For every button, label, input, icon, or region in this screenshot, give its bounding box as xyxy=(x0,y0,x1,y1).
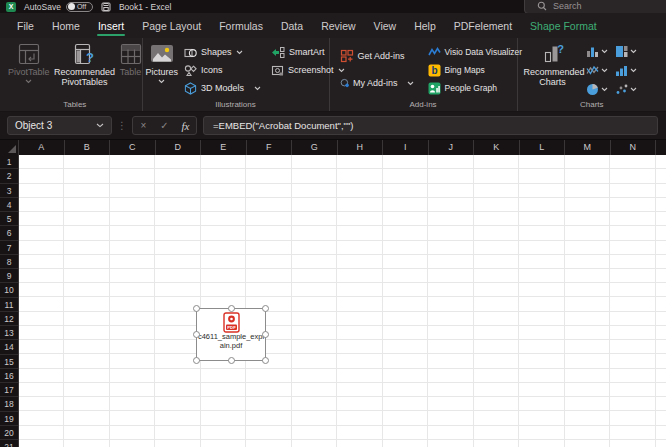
row-header-15[interactable]: 15 xyxy=(0,355,18,369)
tab-insert[interactable]: Insert xyxy=(89,13,133,38)
icons-button[interactable]: Icons xyxy=(180,61,265,79)
tab-review[interactable]: Review xyxy=(312,13,364,38)
insert-statistic-chart-button[interactable] xyxy=(615,61,644,80)
chevron-down-icon xyxy=(601,68,608,73)
insert-hierarchy-chart-button[interactable] xyxy=(615,42,644,61)
save-icon[interactable] xyxy=(101,2,111,12)
toggle-knob xyxy=(68,3,75,10)
resize-handle-bottom-middle[interactable] xyxy=(228,357,235,364)
name-box[interactable]: Object 3 xyxy=(7,116,112,135)
column-header-N[interactable]: N xyxy=(611,140,657,155)
pie-chart-icon xyxy=(586,83,599,96)
tab-data[interactable]: Data xyxy=(272,13,312,38)
svg-text:PDF: PDF xyxy=(227,325,236,330)
chevron-down-icon[interactable] xyxy=(96,123,104,128)
column-header-H[interactable]: H xyxy=(338,140,384,155)
row-header-14[interactable]: 14 xyxy=(0,340,18,354)
resize-handle-top-middle[interactable] xyxy=(228,305,235,312)
row-header-17[interactable]: 17 xyxy=(0,383,18,397)
people-graph-button[interactable]: People Graph xyxy=(424,79,527,97)
insert-function-button[interactable]: fx xyxy=(175,120,196,132)
row-header-20[interactable]: 20 xyxy=(0,426,18,440)
row-header-4[interactable]: 4 xyxy=(0,198,18,212)
column-header-J[interactable]: J xyxy=(429,140,475,155)
column-header-I[interactable]: I xyxy=(383,140,429,155)
smartart-label: SmartArt xyxy=(289,47,325,57)
resize-handle-top-left[interactable] xyxy=(193,305,200,312)
row-header-5[interactable]: 5 xyxy=(0,212,18,226)
3d-models-button[interactable]: 3D Models xyxy=(180,79,265,97)
get-addins-button[interactable]: Get Add-ins xyxy=(336,47,418,65)
row-header-13[interactable]: 13 xyxy=(0,326,18,340)
shapes-button[interactable]: Shapes xyxy=(180,43,265,61)
row-header-21[interactable]: 21 xyxy=(0,440,18,447)
insert-pie-chart-button[interactable] xyxy=(586,80,615,99)
tab-view[interactable]: View xyxy=(365,13,406,38)
row-header-8[interactable]: 8 xyxy=(0,255,18,269)
column-headers: ABCDEFGHIJKLMN xyxy=(0,140,666,155)
cancel-button[interactable]: × xyxy=(133,120,154,131)
tab-home[interactable]: Home xyxy=(43,13,89,38)
insert-scatter-chart-button[interactable] xyxy=(615,80,644,99)
row-header-12[interactable]: 12 xyxy=(0,312,18,326)
resize-handle-middle-right[interactable] xyxy=(262,331,269,338)
recommended-charts-button[interactable]: ? Recommended Charts xyxy=(524,38,582,98)
select-all-button[interactable] xyxy=(0,140,19,155)
column-header-L[interactable]: L xyxy=(520,140,566,155)
sheet-cells[interactable]: PDF c4611_sample_expl ain.pdf xyxy=(19,155,666,447)
recommended-charts-icon: ? xyxy=(542,43,564,65)
tab-page-layout[interactable]: Page Layout xyxy=(133,13,210,38)
row-header-16[interactable]: 16 xyxy=(0,369,18,383)
bing-maps-button[interactable]: b Bing Maps xyxy=(424,61,527,79)
tab-shape-format[interactable]: Shape Format xyxy=(521,13,606,38)
column-header-D[interactable]: D xyxy=(156,140,202,155)
chevron-down-icon xyxy=(630,49,637,54)
column-header-E[interactable]: E xyxy=(201,140,247,155)
column-header-M[interactable]: M xyxy=(565,140,611,155)
tab-file[interactable]: File xyxy=(8,13,43,38)
table-button[interactable]: Table xyxy=(120,38,142,98)
autosave-toggle[interactable]: Off xyxy=(66,2,93,12)
resize-handle-top-right[interactable] xyxy=(262,305,269,312)
recommended-pivottables-button[interactable]: ? Recommended PivotTables xyxy=(54,38,116,98)
resize-handle-bottom-left[interactable] xyxy=(193,357,200,364)
resize-handle-bottom-right[interactable] xyxy=(262,357,269,364)
enter-button[interactable]: ✓ xyxy=(154,120,175,131)
3d-models-icon xyxy=(184,82,197,95)
column-header-F[interactable]: F xyxy=(247,140,293,155)
formula-bar-splitter[interactable]: ⋮ xyxy=(117,120,127,131)
row-header-7[interactable]: 7 xyxy=(0,241,18,255)
tab-help[interactable]: Help xyxy=(405,13,445,38)
insert-line-chart-button[interactable] xyxy=(586,61,615,80)
row-header-10[interactable]: 10 xyxy=(0,283,18,297)
column-header-K[interactable]: K xyxy=(474,140,520,155)
column-header-B[interactable]: B xyxy=(65,140,111,155)
pictures-button[interactable]: Pictures xyxy=(146,38,179,98)
row-header-6[interactable]: 6 xyxy=(0,226,18,240)
row-header-1[interactable]: 1 xyxy=(0,155,18,169)
column-header-partial[interactable] xyxy=(656,140,666,155)
pdf-file-icon: PDF xyxy=(223,312,240,333)
my-addins-button[interactable]: My Add-ins xyxy=(336,74,418,92)
row-header-18[interactable]: 18 xyxy=(0,397,18,411)
insert-column-chart-button[interactable] xyxy=(586,42,615,61)
column-header-G[interactable]: G xyxy=(292,140,338,155)
excel-app-icon[interactable]: X xyxy=(6,2,16,12)
column-header-A[interactable]: A xyxy=(19,140,65,155)
screenshot-label: Screenshot xyxy=(288,65,334,75)
pivottable-button[interactable]: PivotTable xyxy=(8,38,50,98)
resize-handle-middle-left[interactable] xyxy=(193,331,200,338)
row-header-11[interactable]: 11 xyxy=(0,298,18,312)
formula-input[interactable]: =EMBED("Acrobat Document","") xyxy=(203,116,658,135)
tab-pdfelement[interactable]: PDFelement xyxy=(445,13,521,38)
embedded-pdf-object[interactable]: PDF c4611_sample_expl ain.pdf xyxy=(196,308,266,361)
group-label-addins: Add-ins xyxy=(330,100,517,109)
search-box[interactable]: Search xyxy=(524,0,666,14)
row-header-19[interactable]: 19 xyxy=(0,412,18,426)
row-header-9[interactable]: 9 xyxy=(0,269,18,283)
visio-data-visualizer-button[interactable]: Visio Data Visualizer xyxy=(424,43,527,61)
row-header-2[interactable]: 2 xyxy=(0,169,18,183)
row-header-3[interactable]: 3 xyxy=(0,184,18,198)
tab-formulas[interactable]: Formulas xyxy=(210,13,272,38)
column-header-C[interactable]: C xyxy=(110,140,156,155)
